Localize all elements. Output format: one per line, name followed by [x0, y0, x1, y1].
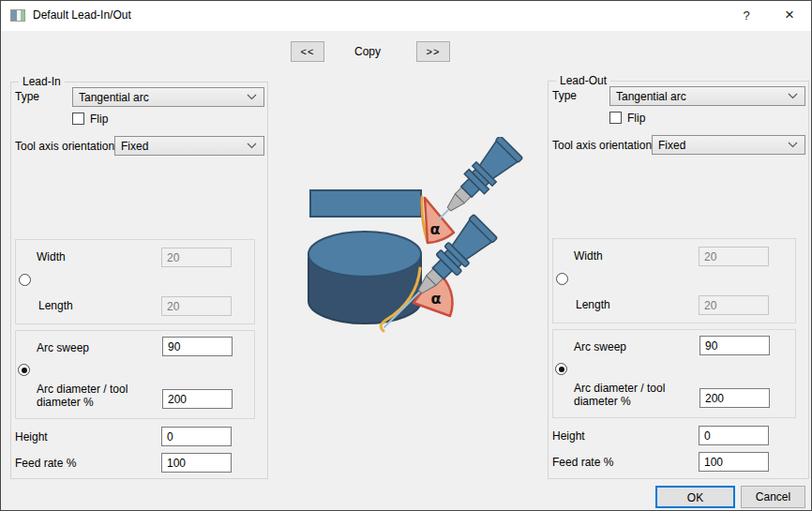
lead-in-width-label: Width: [37, 250, 66, 263]
cancel-button[interactable]: Cancel: [741, 486, 805, 508]
help-button[interactable]: ?: [730, 5, 762, 27]
lead-in-size-frame: Width Length: [15, 239, 255, 324]
lead-in-length-label: Length: [38, 299, 73, 312]
lead-out-size-radio[interactable]: [556, 273, 568, 285]
copy-left-button[interactable]: <<: [291, 41, 324, 62]
lead-in-height-input[interactable]: [161, 427, 232, 446]
lead-out-arc-radio[interactable]: [555, 363, 567, 375]
app-icon: [10, 9, 25, 22]
chevron-down-icon: [247, 94, 257, 100]
lead-out-arc-diameter-input[interactable]: [699, 388, 770, 408]
lead-in-arc-frame: Arc sweep Arc diameter / tool diameter %: [15, 330, 255, 419]
lead-in-arc-sweep-input[interactable]: [162, 337, 233, 356]
lead-in-feed-rate-label: Feed rate %: [15, 457, 76, 470]
lead-in-size-radio[interactable]: [19, 274, 31, 286]
stock-disc: [308, 232, 421, 323]
lead-in-arc-diameter-input[interactable]: [162, 389, 233, 409]
lead-in-flip-checkbox[interactable]: [72, 113, 84, 125]
lead-out-flip-checkbox[interactable]: [609, 112, 622, 124]
lead-in-group-label: Lead-In: [19, 75, 65, 88]
copy-label: Copy: [339, 45, 396, 58]
svg-text:α: α: [430, 220, 441, 238]
lead-out-flip-label: Flip: [627, 112, 645, 125]
lead-in-group: Lead-In Type Tangential arc Flip Tool ax…: [10, 82, 268, 479]
lead-in-arc-sweep-label: Arc sweep: [37, 341, 89, 354]
lead-out-width-input: [699, 247, 769, 266]
chevron-down-icon: [247, 143, 257, 149]
lead-in-tool-axis-select[interactable]: Fixed: [114, 136, 264, 156]
chevron-down-icon: [788, 93, 798, 99]
lead-in-width-input: [161, 248, 232, 267]
lead-out-arc-sweep-input[interactable]: [699, 336, 770, 355]
lead-in-type-label: Type: [15, 90, 39, 103]
lead-in-length-input: [161, 296, 232, 316]
dialog-title: Default Lead-In/Out: [33, 8, 131, 22]
lead-in-height-label: Height: [15, 430, 48, 443]
lead-out-width-label: Width: [574, 249, 603, 263]
lead-out-feed-rate-label: Feed rate %: [552, 456, 613, 469]
ok-button[interactable]: OK: [655, 486, 735, 508]
lead-out-size-frame: Width Length: [552, 238, 796, 323]
lead-in-type-value: Tangential arc: [79, 91, 247, 104]
lead-in-flip-label: Flip: [90, 113, 108, 126]
lead-in-type-select[interactable]: Tangential arc: [72, 87, 264, 107]
lead-out-feed-rate-input[interactable]: [699, 452, 769, 472]
chevron-down-icon: [788, 142, 798, 148]
lead-out-group-label: Lead-Out: [556, 74, 610, 87]
lead-out-tool-axis-value: Fixed: [658, 139, 788, 152]
svg-text:α: α: [431, 290, 442, 308]
title-bar: Default Lead-In/Out ? ×: [1, 1, 811, 31]
lead-out-type-value: Tangential arc: [616, 90, 788, 103]
lead-out-arc-diameter-label: Arc diameter / tool diameter %: [574, 382, 683, 408]
lead-out-arc-frame: Arc sweep Arc diameter / tool diameter %: [552, 329, 796, 418]
lead-in-arc-radio[interactable]: [18, 364, 30, 376]
lead-in-tool-axis-value: Fixed: [121, 140, 247, 153]
stock-bar: [310, 190, 421, 217]
lead-angle-illustration: α α: [296, 137, 526, 334]
lead-in-tool-axis-label: Tool axis orientation: [15, 140, 114, 153]
lead-out-group: Lead-Out Type Tangential arc Flip Tool a…: [548, 81, 809, 479]
lead-out-arc-sweep-label: Arc sweep: [574, 340, 626, 353]
dialog-default-lead-in-out: Default Lead-In/Out ? × << Copy >> Lead-…: [0, 0, 812, 511]
lead-out-tool-axis-label: Tool axis orientation: [552, 139, 652, 152]
copy-right-button[interactable]: >>: [416, 41, 450, 62]
lead-out-height-input[interactable]: [699, 426, 769, 445]
lead-out-type-select[interactable]: Tangential arc: [609, 86, 805, 106]
close-icon[interactable]: ×: [774, 5, 805, 27]
lead-in-arc-diameter-label: Arc diameter / tool diameter %: [37, 383, 145, 409]
lead-out-height-label: Height: [552, 429, 585, 443]
lead-in-feed-rate-input[interactable]: [161, 453, 232, 473]
lead-out-tool-axis-select[interactable]: Fixed: [652, 135, 805, 155]
lead-out-type-label: Type: [552, 89, 577, 102]
lead-out-length-label: Length: [576, 298, 610, 311]
lead-out-length-input: [699, 295, 769, 315]
